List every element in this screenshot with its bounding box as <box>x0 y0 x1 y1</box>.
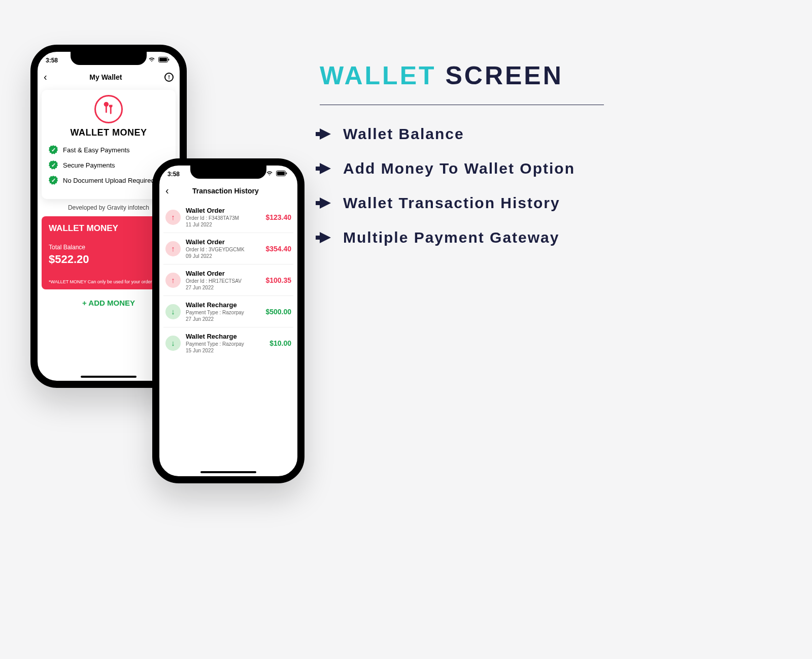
status-right <box>266 171 287 178</box>
transaction-subtitle: Order Id : F3438TA73M <box>186 215 260 221</box>
feature-item: Add Money To Wallet Option <box>320 160 604 177</box>
feature-panel: WALLET SCREEN Wallet Balance Add Money T… <box>320 61 604 263</box>
svg-rect-6 <box>277 172 285 175</box>
info-icon[interactable]: ! <box>164 73 174 82</box>
transaction-subtitle: Payment Type : Razorpay <box>186 341 264 347</box>
svg-rect-2 <box>168 59 170 61</box>
transaction-subtitle: Order Id : HR17ECTSAV <box>186 278 260 284</box>
wifi-icon <box>148 57 155 64</box>
status-time: 3:58 <box>167 171 180 178</box>
nav-title: Transaction History <box>192 187 259 195</box>
phone-transactions: 3:58 ‹ Transaction History ↑ Wallet Orde… <box>152 158 304 483</box>
feature-label: Add Money To Wallet Option <box>343 160 575 177</box>
transaction-amount: $10.00 <box>269 339 291 347</box>
status-time: 3:58 <box>46 57 58 64</box>
transaction-subtitle: Order Id : 3VGEYDGCMK <box>186 247 260 252</box>
transaction-amount: $354.40 <box>265 245 291 253</box>
title-accent: WALLET <box>320 61 436 90</box>
transaction-list[interactable]: ↑ Wallet Order Order Id : F3438TA73M 11 … <box>159 202 297 358</box>
nav-bar: ‹ Transaction History <box>159 183 297 202</box>
feature-list: Wallet Balance Add Money To Wallet Optio… <box>320 125 604 246</box>
battery-icon <box>276 171 287 178</box>
arrow-right-icon <box>320 163 331 174</box>
transaction-info: Wallet Order Order Id : HR17ECTSAV 27 Ju… <box>186 270 260 290</box>
feature-bullet: ✓ No Document Upload Required <box>49 176 168 185</box>
home-indicator[interactable] <box>200 471 256 473</box>
check-badge-icon: ✓ <box>49 176 58 185</box>
feature-bullet: ✓ Secure Payments <box>49 160 168 170</box>
page-title: WALLET SCREEN <box>320 61 604 90</box>
card-title: WALLET MONEY <box>49 127 168 138</box>
check-badge-icon: ✓ <box>49 145 58 154</box>
transaction-title: Wallet Order <box>186 238 260 246</box>
transaction-row[interactable]: ↑ Wallet Order Order Id : HR17ECTSAV 27 … <box>163 265 293 296</box>
wifi-icon <box>266 171 273 178</box>
transaction-row[interactable]: ↓ Wallet Recharge Payment Type : Razorpa… <box>163 296 293 327</box>
arrow-right-icon <box>320 128 331 140</box>
arrow-down-icon: ↓ <box>165 304 181 319</box>
transaction-info: Wallet Order Order Id : F3438TA73M 11 Ju… <box>186 207 260 227</box>
spoon-fork-icon <box>101 100 116 119</box>
total-balance-label: Total Balance <box>49 244 168 251</box>
status-right <box>148 57 170 64</box>
arrow-up-icon: ↑ <box>165 241 181 256</box>
arrow-right-icon <box>320 197 331 209</box>
transaction-date: 11 Jul 2022 <box>186 222 260 227</box>
bullet-label: Secure Payments <box>63 161 115 169</box>
back-icon[interactable]: ‹ <box>44 71 47 83</box>
feature-label: Wallet Balance <box>343 125 464 143</box>
arrow-down-icon: ↓ <box>165 336 181 351</box>
app-logo <box>94 95 123 123</box>
transaction-date: 15 Jun 2022 <box>186 348 264 353</box>
check-badge-icon: ✓ <box>49 160 58 170</box>
svg-rect-7 <box>286 173 287 175</box>
feature-label: Multiple Payment Gateway <box>343 229 559 246</box>
title-rest: SCREEN <box>445 61 563 90</box>
balance-heading: WALLET MONEY <box>49 223 168 234</box>
back-icon[interactable]: ‹ <box>165 185 169 196</box>
arrow-up-icon: ↑ <box>165 210 181 225</box>
divider <box>320 105 604 105</box>
transaction-title: Wallet Recharge <box>186 301 260 309</box>
transaction-amount: $123.40 <box>265 213 291 221</box>
transaction-info: Wallet Recharge Payment Type : Razorpay … <box>186 301 260 322</box>
transaction-amount: $100.35 <box>265 276 291 284</box>
transaction-date: 27 Jun 2022 <box>186 316 260 322</box>
phone-notch <box>71 52 147 65</box>
feature-item: Multiple Payment Gateway <box>320 229 604 246</box>
balance-amount: $522.20 <box>49 253 168 266</box>
feature-item: Wallet Transaction History <box>320 194 604 212</box>
feature-bullet: ✓ Fast & Easy Payments <box>49 145 168 154</box>
svg-rect-4 <box>106 106 107 113</box>
transaction-info: Wallet Recharge Payment Type : Razorpay … <box>186 333 264 353</box>
bullet-label: No Document Upload Required <box>63 177 155 184</box>
transaction-date: 27 Jun 2022 <box>186 285 260 290</box>
feature-label: Wallet Transaction History <box>343 194 560 212</box>
svg-rect-1 <box>159 58 167 61</box>
transaction-amount: $500.00 <box>265 308 291 316</box>
home-indicator[interactable] <box>81 376 137 378</box>
battery-icon <box>158 57 170 64</box>
transaction-title: Wallet Recharge <box>186 333 264 340</box>
transaction-title: Wallet Order <box>186 207 260 214</box>
transaction-row[interactable]: ↑ Wallet Order Order Id : F3438TA73M 11 … <box>163 202 293 233</box>
transaction-title: Wallet Order <box>186 270 260 277</box>
transaction-row[interactable]: ↑ Wallet Order Order Id : 3VGEYDGCMK 09 … <box>163 233 293 265</box>
svg-point-3 <box>104 102 109 106</box>
transaction-info: Wallet Order Order Id : 3VGEYDGCMK 09 Ju… <box>186 238 260 259</box>
bullet-label: Fast & Easy Payments <box>63 146 130 154</box>
arrow-up-icon: ↑ <box>165 273 181 288</box>
feature-item: Wallet Balance <box>320 125 604 143</box>
arrow-right-icon <box>320 232 331 243</box>
transaction-row[interactable]: ↓ Wallet Recharge Payment Type : Razorpa… <box>163 327 293 358</box>
phone-notch <box>190 166 266 179</box>
nav-bar: ‹ My Wallet ! <box>38 69 180 88</box>
transaction-date: 09 Jul 2022 <box>186 253 260 259</box>
balance-note: *WALLET MONEY Can only be used for your … <box>49 279 168 284</box>
transaction-subtitle: Payment Type : Razorpay <box>186 310 260 315</box>
nav-title: My Wallet <box>89 73 122 81</box>
